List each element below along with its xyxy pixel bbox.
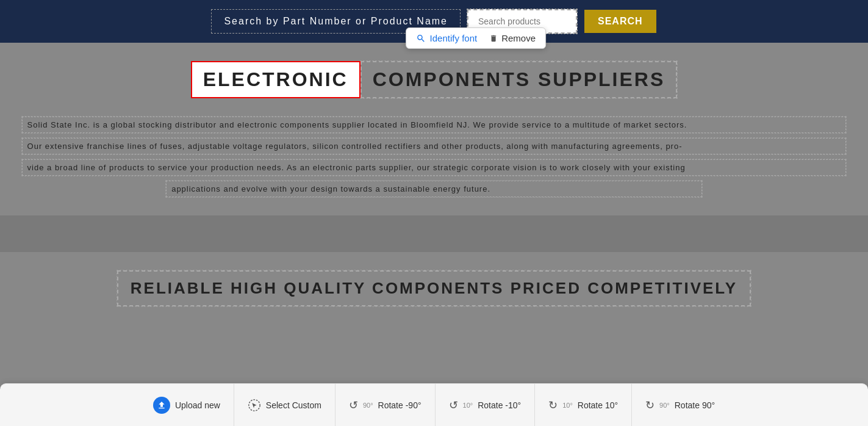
rotate-neg10-icon: ↺ [449,399,458,412]
desc-line-2: Our extensive franchise lines of fuses, … [22,138,847,154]
search-icon [417,34,426,43]
description-area: Solid State Inc. is a global stocking di… [22,117,847,197]
rotate-pos90-icon: ↻ [645,399,655,412]
gray-band [0,215,868,252]
rotate-neg10-button[interactable]: ↺ 10° Rotate -10° [436,384,536,426]
remove-button[interactable]: Remove [489,33,536,43]
rotate-neg90-button[interactable]: ↺ 90° Rotate -90° [335,384,436,426]
select-custom-label: Select Custom [266,400,321,410]
desc-line-4: applications and evolve with your design… [166,181,702,197]
second-headline: RELIABLE HIGH QUALITY COMPONENTS PRICED … [117,270,751,306]
rotate-pos90-button[interactable]: ↻ 90° Rotate 90° [632,384,728,426]
identify-font-label: Identify font [430,33,478,43]
upload-new-button[interactable]: Upload new [140,384,234,426]
electronic-text-selected[interactable]: ELECTRONIC [191,61,360,98]
content-overlay: Identify font Remove ELECTRONIC COMPONEN… [0,43,868,383]
rotate-pos10-icon: ↻ [548,399,558,412]
cursor-icon [248,399,261,412]
remove-label: Remove [501,33,536,43]
bottom-toolbar: Upload new Select Custom ↺ 90° Rotate -9… [0,383,868,426]
desc-line-1: Solid State Inc. is a global stocking di… [22,117,847,133]
trash-icon [489,34,498,43]
upload-new-label: Upload new [175,400,220,410]
upload-icon [153,397,170,414]
rotate-pos10-label: Rotate 10° [578,400,618,410]
font-tooltip: Identify font Remove [406,27,546,49]
desc-line-3: vide a broad line of products to service… [22,159,847,176]
identify-font-button[interactable]: Identify font [417,33,478,43]
rotate-neg90-icon: ↺ [349,399,358,412]
components-suppliers-text: COMPONENTS SUPPLIERS [360,61,678,98]
headline-row: Identify font Remove ELECTRONIC COMPONEN… [191,61,678,98]
search-button[interactable]: SEARCH [584,10,656,33]
rotate-neg10-label: Rotate -10° [478,400,521,410]
select-custom-button[interactable]: Select Custom [234,384,335,426]
rotate-neg90-label: Rotate -90° [378,400,421,410]
rotate-pos90-label: Rotate 90° [675,400,715,410]
main-area: Identify font Remove ELECTRONIC COMPONEN… [0,43,868,383]
rotate-pos10-button[interactable]: ↻ 10° Rotate 10° [535,384,632,426]
